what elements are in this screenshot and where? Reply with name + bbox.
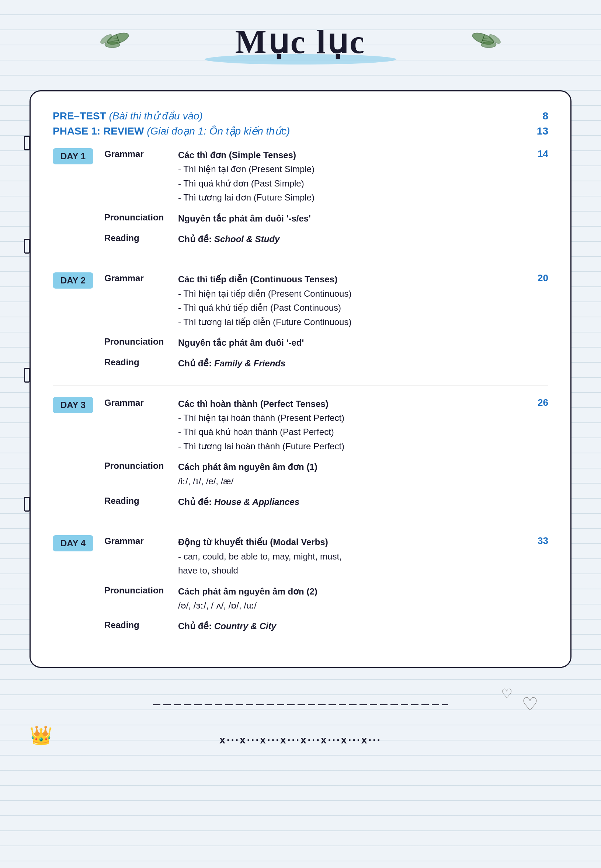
footer: ♡ ♡ 👑 x···x···x···x···x···x···x···x···: [0, 690, 601, 761]
pretest-page: 8: [542, 110, 548, 122]
leaf-right-decoration: [461, 20, 505, 57]
day2-grammar-label: Grammar: [104, 273, 178, 283]
footer-deco-line: [153, 701, 448, 708]
day1-grammar-content: Các thì đơn (Simple Tenses) - Thì hiện t…: [178, 148, 548, 205]
day2-grammar: Grammar Các thì tiếp diễn (Continuous Te…: [104, 273, 548, 329]
day4-grammar-label: Grammar: [104, 535, 178, 546]
day1-page: 14: [538, 148, 548, 205]
divider-1: [53, 261, 548, 261]
day1-pronunciation: Pronunciation Nguyên tắc phát âm đuôi '-…: [104, 212, 548, 225]
day4-reading: Reading Chủ đề: Country & City: [104, 619, 548, 633]
svg-point-10: [481, 42, 496, 47]
day4-reading-label: Reading: [104, 619, 178, 630]
page: Mục lục PRE–TEST (Bài thi thử đầu vào) 8…: [0, 0, 601, 868]
day3-grammar-row: DAY 3 Grammar Các thì hoàn thành (Perfec…: [53, 397, 548, 509]
notch-4: [24, 497, 30, 512]
pretest-title: PRE–TEST (Bài thi thử đầu vào): [53, 110, 203, 122]
day4-grammar-content: Động từ khuyết thiếu (Modal Verbs) - can…: [178, 535, 548, 577]
day3-pronunciation-text: Cách phát âm nguyên âm đơn (1) /iː/, /ɪ/…: [178, 460, 548, 488]
day4-grammar: Grammar Động từ khuyết thiếu (Modal Verb…: [104, 535, 548, 577]
notch-2: [24, 239, 30, 254]
notch-1: [24, 136, 30, 151]
day1-reading: Reading Chủ đề: School & Study: [104, 232, 548, 246]
title-wrapper: Mục lục: [235, 22, 366, 61]
day1-pronunciation-text: Nguyên tắc phát âm đuôi '-s/es': [178, 212, 548, 225]
day2-section: DAY 2 Grammar Các thì tiếp diễn (Continu…: [53, 273, 548, 370]
day3-grammar: Grammar Các thì hoàn thành (Perfect Tens…: [104, 397, 548, 454]
day4-pronunciation-text: Cách phát âm nguyên âm đơn (2) /ə/, /ɜː/…: [178, 585, 548, 613]
day4-grammar-row: DAY 4 Grammar Động từ khuyết thiếu (Moda…: [53, 535, 548, 633]
footer-icon-left: 👑: [29, 725, 52, 746]
day2-grammar-text: Các thì tiếp diễn (Continuous Tenses) - …: [178, 273, 530, 329]
day3-grammar-label: Grammar: [104, 397, 178, 408]
svg-point-4: [105, 42, 120, 47]
day4-page: 33: [538, 535, 548, 577]
day2-reading-label: Reading: [104, 356, 178, 367]
day4-reading-text: Chủ đề: Country & City: [178, 619, 548, 633]
day3-badge: DAY 3: [53, 397, 93, 413]
day2-pronunciation-label: Pronunciation: [104, 336, 178, 347]
footer-heart-large: ♡: [522, 694, 538, 715]
phase1-page: 13: [537, 125, 548, 137]
page-title: Mục lục: [235, 22, 366, 61]
day4-badge: DAY 4: [53, 535, 93, 551]
day2-grammar-row: DAY 2 Grammar Các thì tiếp diễn (Continu…: [53, 273, 548, 370]
day2-pronunciation: Pronunciation Nguyên tắc phát âm đuôi '-…: [104, 336, 548, 350]
day1-grammar-text: Các thì đơn (Simple Tenses) - Thì hiện t…: [178, 148, 530, 205]
day1-grammar-row: DAY 1 Grammar Các thì đơn (Simple Tenses…: [53, 148, 548, 246]
day1-pronunciation-label: Pronunciation: [104, 212, 178, 222]
day1-section: DAY 1 Grammar Các thì đơn (Simple Tenses…: [53, 148, 548, 246]
day4-pronunciation: Pronunciation Cách phát âm nguyên âm đơn…: [104, 585, 548, 613]
day2-badge: DAY 2: [53, 273, 93, 289]
main-content-box: PRE–TEST (Bài thi thử đầu vào) 8 PHASE 1…: [29, 90, 572, 668]
day1-reading-text: Chủ đề: School & Study: [178, 232, 548, 246]
header: Mục lục: [0, 0, 601, 68]
day3-pronunciation-label: Pronunciation: [104, 460, 178, 471]
day3-grammar-content: Các thì hoàn thành (Perfect Tenses) - Th…: [178, 397, 548, 454]
day2-pronunciation-text: Nguyên tắc phát âm đuôi '-ed': [178, 336, 548, 350]
phase1-row: PHASE 1: REVIEW (Giai đoạn 1: Ôn tập kiế…: [53, 125, 548, 137]
footer-heart-small: ♡: [501, 686, 513, 701]
day2-reading: Reading Chủ đề: Family & Friends: [104, 356, 548, 370]
day3-reading: Reading Chủ đề: House & Appliances: [104, 495, 548, 509]
day3-reading-label: Reading: [104, 495, 178, 506]
day4-grammar-text: Động từ khuyết thiếu (Modal Verbs) - can…: [178, 535, 530, 577]
notch-3: [24, 368, 30, 382]
day3-grammar-text: Các thì hoàn thành (Perfect Tenses) - Th…: [178, 397, 530, 454]
day4-section: DAY 4 Grammar Động từ khuyết thiếu (Moda…: [53, 535, 548, 633]
day3-section: DAY 3 Grammar Các thì hoàn thành (Perfec…: [53, 397, 548, 509]
day3-page: 26: [538, 397, 548, 454]
day4-pronunciation-label: Pronunciation: [104, 585, 178, 595]
day1-reading-label: Reading: [104, 232, 178, 243]
day1-badge: DAY 1: [53, 148, 93, 164]
day2-grammar-content: Các thì tiếp diễn (Continuous Tenses) - …: [178, 273, 548, 329]
day2-page: 20: [538, 273, 548, 329]
footer-dashes: x···x···x···x···x···x···x···x···: [29, 734, 572, 746]
day2-reading-text: Chủ đề: Family & Friends: [178, 356, 548, 370]
day1-grammar-label: Grammar: [104, 148, 178, 159]
pretest-row: PRE–TEST (Bài thi thử đầu vào) 8: [53, 110, 548, 122]
leaf-left-decoration: [96, 20, 140, 57]
day3-pronunciation: Pronunciation Cách phát âm nguyên âm đơn…: [104, 460, 548, 488]
day1-grammar: Grammar Các thì đơn (Simple Tenses) - Th…: [104, 148, 548, 205]
divider-2: [53, 385, 548, 386]
divider-3: [53, 524, 548, 524]
phase1-title: PHASE 1: REVIEW (Giai đoạn 1: Ôn tập kiế…: [53, 125, 290, 137]
day3-reading-text: Chủ đề: House & Appliances: [178, 495, 548, 509]
